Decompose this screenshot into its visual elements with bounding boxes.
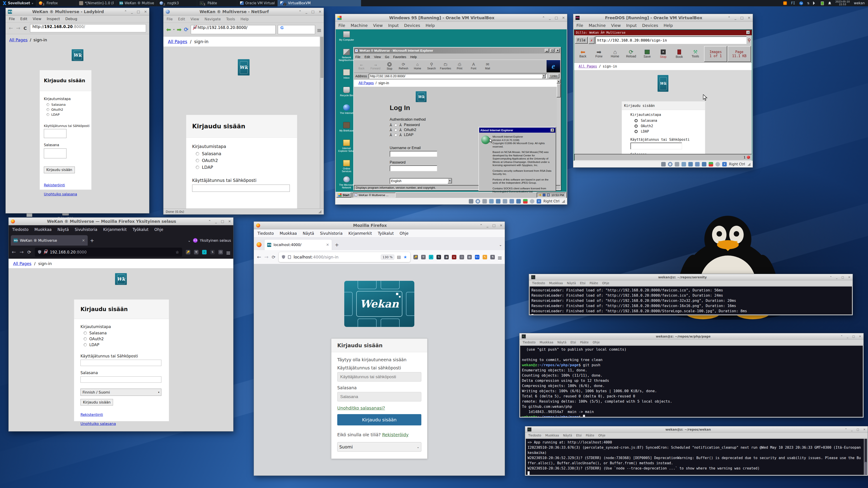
menu-ohje[interactable]: Ohje (154, 227, 163, 232)
close-button[interactable]: ✕ (859, 335, 861, 338)
tab-wekan[interactable]: Wk WeKan ® Multiverse ✕ (11, 235, 88, 246)
menu-etsi[interactable]: Etsi (580, 281, 586, 285)
terminal-output[interactable]: (use "git push" to publish your local co… (520, 346, 863, 417)
menu-nayta[interactable]: Näytä (303, 231, 314, 236)
ie-home-button[interactable]: ⌂Home (410, 60, 425, 72)
menu-paate[interactable]: Pääte (590, 281, 598, 285)
start-button[interactable]: Start (337, 193, 351, 197)
forgot-password-link[interactable]: Unohtuiko salasana (81, 422, 116, 426)
close-button[interactable]: ✕ (500, 223, 502, 228)
dialog-close-button[interactable]: ✕ (551, 129, 554, 132)
ie-minimize-button[interactable]: ▁ (545, 49, 549, 53)
menu-input[interactable]: Input (388, 23, 399, 28)
register-link[interactable]: Rekisteröidy (382, 432, 408, 437)
menu-tiedosto[interactable]: Tiedosto (528, 433, 541, 437)
menu-file[interactable]: File (355, 55, 361, 59)
menu-help[interactable]: Help (410, 55, 417, 59)
close-button[interactable]: ✕ (318, 10, 321, 14)
menu-edit[interactable]: Edit (178, 17, 185, 21)
radio-salasana[interactable] (196, 152, 199, 156)
shade-button[interactable]: ⌃ (845, 428, 847, 431)
minimize-button[interactable]: _ (306, 10, 307, 14)
dillo-file-button[interactable]: File (575, 37, 588, 43)
menu-muokkaa[interactable]: Muokkaa (34, 227, 52, 232)
menu-view[interactable]: View (374, 55, 381, 59)
app-menu-icon[interactable] (498, 255, 502, 259)
menu-muokkaa[interactable]: Muokkaa (549, 281, 563, 285)
win95-icon-network[interactable]: Network Neighborhood (338, 49, 355, 61)
resize-grip[interactable] (562, 200, 565, 203)
radio-ldap[interactable] (84, 343, 87, 346)
taskbar-item-paate[interactable]: >_ 5 Pääte (197, 0, 237, 6)
back-icon[interactable]: ← (257, 254, 261, 260)
menu-help[interactable]: Help (241, 17, 249, 21)
reload-icon[interactable]: C (24, 26, 27, 31)
close-button[interactable]: ✕ (562, 16, 565, 20)
minimize-button[interactable]: _ (851, 428, 852, 431)
close-button[interactable]: ✕ (747, 16, 750, 20)
tracking-shield-icon[interactable] (282, 255, 285, 259)
menu-muokkaa[interactable]: Muokkaa (545, 433, 559, 437)
menu-etsi[interactable]: Etsi (576, 433, 582, 437)
radio-ldap[interactable] (634, 130, 638, 133)
page-info-icon[interactable] (288, 255, 291, 259)
menu-ohje[interactable]: Ohje (598, 433, 605, 437)
radio-oauth2[interactable] (84, 337, 87, 340)
ext-bitwarden-icon[interactable]: 9+ (475, 255, 479, 259)
volume-icon[interactable] (538, 194, 541, 196)
maximize-button[interactable]: □ (842, 275, 844, 279)
menu-ohje[interactable]: Ohje (602, 281, 609, 285)
password-input[interactable] (337, 392, 421, 401)
radio-oauth2[interactable] (196, 159, 199, 162)
bookmark-star-icon[interactable]: ☆ (176, 250, 179, 254)
dillo-clear-button[interactable]: ✗ (589, 37, 594, 44)
radio-salasana[interactable] (46, 103, 49, 106)
menu-tiedosto[interactable]: Tiedosto (12, 227, 29, 232)
ie-favorites-button[interactable]: 🗀Favorites (438, 60, 453, 72)
hp-tray-icon[interactable]: hp (799, 1, 803, 5)
menu-view[interactable]: View (33, 17, 41, 21)
dillo-save-button[interactable]: Save (639, 46, 655, 62)
menu-sivuhistoria[interactable]: Sivuhistoria (75, 227, 97, 232)
menu-devices[interactable]: Devices (642, 23, 658, 28)
win95-icon-the-internet[interactable]: The Internet (338, 104, 355, 114)
menu-navigate[interactable]: Navigate (205, 17, 221, 21)
maximize-button[interactable]: □ (492, 223, 495, 228)
ext-ublock-icon[interactable]: u (452, 255, 456, 259)
reload-icon[interactable]: ⟳ (272, 254, 276, 260)
radio-oauth2[interactable] (634, 125, 638, 128)
dillo-forward-button[interactable]: ➡Forw (591, 46, 607, 62)
titlebar[interactable]: Mozilla Firefox ⌃_□✕ (254, 222, 505, 229)
signin-button[interactable]: Kirjaudu sisään (44, 166, 75, 173)
forgot-password-link[interactable]: Unohditko salasanasi? (337, 405, 385, 411)
titlebar[interactable]: >_ wekan@z: ~/repos/serenity ⌃_□✕ (529, 274, 852, 281)
forward-icon[interactable]: → (20, 249, 24, 255)
win95-icon-my-computer[interactable]: My Computer (338, 31, 355, 41)
forward-icon[interactable]: ➡ (177, 26, 182, 33)
menu-favorites[interactable]: Favorites (393, 55, 406, 59)
close-button[interactable]: ✕ (144, 10, 147, 14)
taskbar-item-vbox-manager[interactable]: Oracle VM VirtualBox M... (237, 0, 278, 6)
menu-debug[interactable]: Debug (65, 17, 77, 21)
menu-ohje[interactable]: Ohje (593, 340, 600, 344)
ext-sidebar-icon[interactable]: ▥ (467, 255, 472, 259)
ie-scrollb[interactable]: ▲ (557, 79, 561, 185)
reload-icon[interactable]: ⟳ (184, 26, 188, 33)
back-icon[interactable]: ⬅ (166, 26, 171, 33)
reader-view-icon[interactable]: ▤ (397, 255, 401, 259)
ext-downloads-icon[interactable]: ↓ (202, 250, 207, 254)
forward-icon[interactable]: → (264, 254, 268, 260)
register-link[interactable]: Rekisteröinti (44, 183, 65, 187)
ie-refresh-button[interactable]: ⟳Refresh (397, 60, 410, 72)
menu-file[interactable]: File (338, 23, 345, 28)
password-input[interactable] (81, 377, 161, 383)
taskbar-item-nsgtk3[interactable]: 2 nsgtk3 (157, 0, 197, 6)
minimize-button[interactable]: _ (487, 223, 489, 228)
zoom-level-badge[interactable]: 130 % (381, 255, 394, 260)
app-menu-icon[interactable] (226, 250, 230, 254)
win95-icon-online-services[interactable]: Online Services (338, 160, 355, 173)
menu-etsi[interactable]: Etsi (570, 340, 576, 344)
register-link[interactable]: Rekisteröinti (81, 413, 103, 417)
menu-muokkaa[interactable]: Muokkaa (280, 231, 297, 236)
win95-icon-ie-setup[interactable]: Internet Explorer Setup (338, 140, 355, 152)
